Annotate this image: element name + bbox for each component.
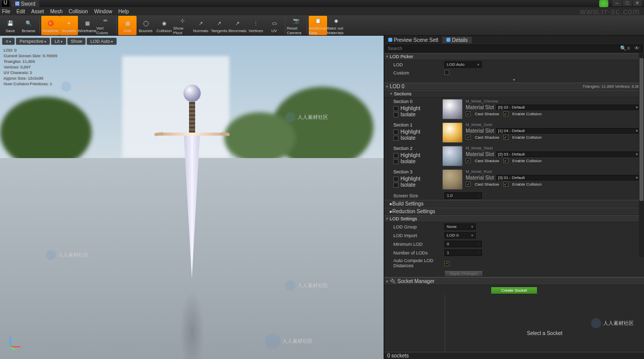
menu-file[interactable]: File (2, 9, 10, 14)
material-thumbnail[interactable] (442, 99, 463, 119)
binormals-icon: ↗ (232, 17, 243, 29)
toolbar-realtime-button[interactable]: ⭕Realtime (41, 16, 60, 35)
cast-shadow-checkbox[interactable] (466, 182, 471, 187)
toolbar-sockets-button[interactable]: ✦Sockets (60, 16, 78, 35)
marketplace-icon[interactable] (599, 0, 608, 7)
lod-combo[interactable]: LOD Auto (444, 61, 482, 68)
toolbar-reset-camera-button[interactable]: 📷Reset Camera (287, 16, 305, 35)
sections-header[interactable]: Sections (384, 90, 644, 97)
highlight-checkbox[interactable] (393, 106, 398, 111)
material-thumbnail[interactable] (442, 122, 463, 143)
tab-details[interactable]: Details (442, 37, 472, 43)
create-socket-button[interactable]: Create Socket (491, 287, 538, 294)
material-thumbnail[interactable] (442, 146, 463, 166)
scrollbar-thumb[interactable] (639, 58, 643, 201)
viewport-menu-button[interactable]: ≡ (2, 38, 15, 45)
isolate-checkbox[interactable] (393, 183, 398, 188)
build-settings-header[interactable]: ▸ Build Settings (384, 200, 644, 208)
maximize-button[interactable]: □ (623, 0, 632, 6)
cast-shadow-checkbox[interactable] (466, 135, 471, 140)
material-thumbnail[interactable] (442, 169, 463, 190)
reset-camera-icon: 📷 (290, 16, 302, 26)
menu-asset[interactable]: Asset (31, 9, 44, 14)
viewport[interactable]: ≡ Perspective Lit Show LOD Auto LOD: 0Cu… (0, 36, 384, 359)
toolbar-additional-data-button[interactable]: 📋Additional Data (309, 16, 327, 35)
material-slot-combo[interactable]: [3] 01 - Default (496, 175, 640, 181)
toolbar-browse-button[interactable]: 🔍Browse (19, 16, 38, 35)
select-socket-text: Select a Socket (527, 330, 562, 336)
show-button[interactable]: Show (67, 38, 86, 45)
toolbar-binormals-button[interactable]: ↗Binormals (228, 16, 247, 35)
lod-button[interactable]: LOD Auto (87, 38, 117, 45)
menu-mesh[interactable]: Mesh (50, 9, 62, 14)
minimize-button[interactable]: – (612, 0, 622, 6)
material-slot-combo[interactable]: [0] 02 - Default (496, 105, 640, 110)
highlight-checkbox[interactable] (393, 176, 398, 182)
lod-picker-header[interactable]: LOD Picker (384, 53, 644, 60)
section-name: Section 2 (393, 146, 439, 151)
toolbar-bounds-button[interactable]: ◯Bounds (137, 16, 155, 35)
viewport-toolbar: ≡ Perspective Lit Show LOD Auto (2, 38, 117, 45)
bounds-icon: ◯ (140, 17, 151, 29)
screen-size-field[interactable]: 1.0 (444, 192, 482, 199)
details-panel: LOD Picker LODLOD Auto Custom ▾ LOD 0Tri… (384, 53, 644, 359)
enable-collision-checkbox[interactable] (503, 135, 508, 140)
lod0-stats: Triangles: 11,860 Vertices: 6,807 (582, 84, 642, 89)
close-button[interactable]: ✕ (633, 0, 642, 6)
lod-settings-header[interactable]: LOD Settings (384, 215, 644, 222)
socket-manager-header[interactable]: 🔌Socket Manager (384, 277, 644, 285)
enable-collision-checkbox[interactable] (503, 111, 508, 116)
socket-count: 0 sockets (387, 353, 409, 358)
toolbar-show-pivot-button[interactable]: ⊹Show Pivot (173, 16, 192, 35)
apply-changes-button[interactable]: Apply Changes (444, 270, 483, 277)
scrollbar[interactable] (639, 53, 644, 257)
material-name: M_Metal_Steel (466, 146, 640, 150)
cast-shadow-checkbox[interactable] (466, 111, 471, 116)
toolbar-uv-button[interactable]: ▭UV (265, 16, 283, 35)
material-slot-combo[interactable]: [1] 04 - Default (496, 128, 640, 134)
eye-icon[interactable]: 👁 (634, 45, 640, 52)
isolate-checkbox[interactable] (393, 159, 398, 164)
toolbar-wireframe-button[interactable]: ▦Wireframe (78, 16, 96, 35)
material-slot-combo[interactable]: [2] 03 - Default (496, 151, 640, 157)
expand-arrow[interactable]: ▾ (384, 77, 644, 83)
custom-checkbox[interactable] (444, 70, 449, 75)
menu-edit[interactable]: Edit (16, 9, 25, 14)
isolate-checkbox[interactable] (393, 112, 398, 117)
highlight-checkbox[interactable] (393, 153, 398, 158)
min-lod-field[interactable]: 0 (444, 241, 482, 247)
menu-collision[interactable]: Collision (69, 9, 88, 14)
toolbar-bake-out-materials-button[interactable]: ◆Bake out Materials (327, 16, 345, 35)
num-lods-field[interactable]: 1 (444, 249, 482, 256)
lod-import-combo[interactable]: LOD 0 (444, 232, 476, 239)
vert-colors-icon: ✏ (100, 16, 111, 26)
lit-button[interactable]: Lit (51, 38, 66, 45)
isolate-checkbox[interactable] (393, 136, 398, 141)
reduction-settings-header[interactable]: ▸ Reduction Settings (384, 208, 644, 215)
screen-size-label: Screen Size (388, 193, 444, 198)
perspective-button[interactable]: Perspective (16, 38, 50, 45)
material-section-2: Section 2 Highlight Isolate M_Metal_Stee… (384, 144, 644, 168)
toolbar-vert-colors-button[interactable]: ✏Vert Colors (96, 16, 115, 35)
lod0-header[interactable]: LOD 0Triangles: 11,860 Vertices: 6,807 (384, 83, 644, 90)
enable-collision-checkbox[interactable] (503, 158, 508, 163)
toolbar-tangents-button[interactable]: ↗Tangents (210, 16, 228, 35)
menu-help[interactable]: Help (118, 9, 129, 14)
tab-preview-scene[interactable]: Preview Scene Sett (384, 37, 442, 43)
toolbar-vertices-button[interactable]: ⋮Vertices (247, 16, 265, 35)
titlebar: Sword – □ ✕ (0, 0, 644, 7)
cast-shadow-checkbox[interactable] (466, 158, 471, 163)
highlight-checkbox[interactable] (393, 130, 398, 135)
toolbar-grid-button[interactable]: ▦Grid (118, 16, 137, 35)
search-input[interactable] (388, 46, 619, 51)
search-icon[interactable]: 🔍 (620, 45, 626, 52)
toolbar-collision-button[interactable]: ◉Collision (155, 16, 173, 35)
auto-lod-checkbox[interactable] (444, 261, 449, 266)
toolbar-save-button[interactable]: 💾Save (1, 16, 19, 35)
filter-icon[interactable]: ≡ (627, 45, 633, 52)
menu-window[interactable]: Window (94, 9, 113, 14)
enable-collision-checkbox[interactable] (503, 182, 508, 187)
toolbar-normals-button[interactable]: ↗Normals (192, 16, 210, 35)
tab-sword[interactable]: Sword (11, 0, 39, 7)
lod-group-combo[interactable]: None (444, 223, 476, 230)
